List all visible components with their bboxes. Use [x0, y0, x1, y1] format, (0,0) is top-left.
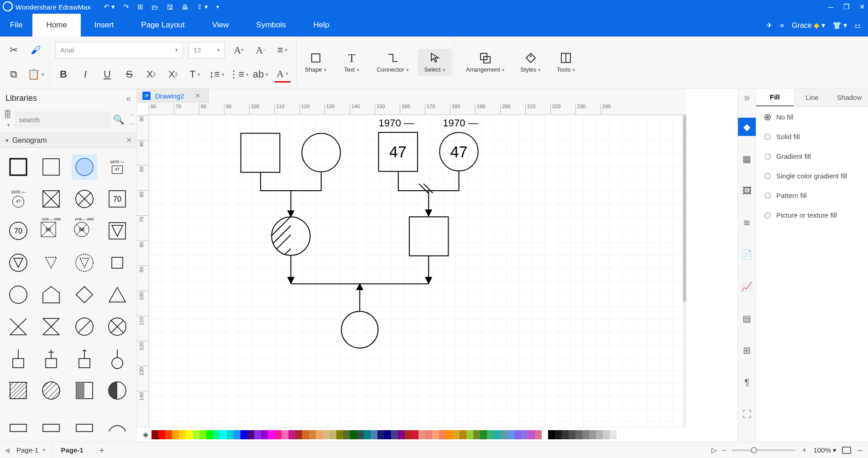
bold-icon[interactable]: B	[55, 66, 72, 83]
connector-button[interactable]: Connector	[371, 49, 415, 76]
font-size-select[interactable]: 12▾	[188, 42, 225, 58]
color-swatch[interactable]	[446, 430, 453, 439]
shape-x-triangle[interactable]	[5, 314, 31, 339]
text-button[interactable]: T Text	[336, 49, 368, 76]
color-swatch[interactable]	[439, 430, 446, 439]
section-close-icon[interactable]: ✕	[126, 136, 132, 145]
color-swatch[interactable]	[193, 430, 199, 439]
color-swatch[interactable]	[562, 430, 569, 439]
color-swatch[interactable]	[323, 430, 329, 439]
color-swatch[interactable]	[548, 430, 555, 439]
color-swatch[interactable]	[494, 430, 501, 439]
color-swatch[interactable]	[596, 430, 603, 439]
library-category-icon[interactable]: 🗄	[4, 110, 12, 129]
fill-gradient[interactable]: Gradient fill	[764, 152, 860, 160]
shape-button[interactable]: Shape	[298, 49, 333, 76]
color-swatch[interactable]	[460, 430, 466, 439]
redo-icon[interactable]: ↷	[123, 3, 129, 11]
text-wrap-icon[interactable]: ab	[252, 66, 269, 83]
help-tab[interactable]: Help	[300, 14, 343, 36]
shape-hatch-sq[interactable]	[5, 378, 31, 403]
color-swatch[interactable]	[371, 430, 377, 439]
color-swatch[interactable]	[405, 430, 412, 439]
color-swatch[interactable]	[473, 430, 480, 439]
page-select[interactable]: Page-1▾	[10, 442, 52, 458]
tab-fill[interactable]: Fill	[756, 88, 794, 106]
color-swatch[interactable]	[234, 430, 241, 439]
search-input[interactable]	[15, 111, 110, 128]
color-swatch[interactable]	[282, 430, 288, 439]
doc-close-icon[interactable]: ✕	[195, 92, 201, 100]
shape-sq-line3[interactable]	[72, 346, 97, 371]
rt-fullscreen-icon[interactable]: ⛶	[738, 405, 756, 423]
copy-icon[interactable]: ⧉	[5, 66, 22, 83]
canvas-marriage-2[interactable]	[398, 171, 459, 191]
export-icon[interactable]: ⇪ ▾	[197, 3, 208, 11]
undo-icon[interactable]: ↶ ▾	[104, 3, 115, 11]
shape-male[interactable]	[5, 154, 31, 180]
color-swatch[interactable]	[336, 430, 343, 439]
send-icon[interactable]: ✈	[766, 21, 772, 30]
shape-x-circ2[interactable]	[72, 314, 97, 339]
zoom-out-icon[interactable]: −	[722, 446, 727, 454]
shape-sq-line[interactable]	[5, 346, 31, 371]
canvas-vscroll[interactable]	[683, 115, 686, 427]
color-swatch[interactable]	[261, 430, 268, 439]
color-swatch[interactable]	[254, 430, 261, 439]
color-swatch[interactable]	[316, 430, 323, 439]
color-swatch[interactable]	[432, 430, 439, 439]
fit-width-icon[interactable]: ↔	[857, 446, 863, 454]
color-swatch[interactable]	[555, 430, 562, 439]
color-swatch[interactable]	[199, 430, 206, 439]
color-swatch[interactable]	[357, 430, 364, 439]
page-nav-left[interactable]: ◀	[5, 446, 10, 454]
fill-single-gradient[interactable]: Single color gradient fill	[764, 172, 860, 180]
canvas-child-1[interactable]	[272, 217, 310, 255]
username[interactable]: Grace ◆ ▾	[792, 21, 825, 30]
underline-icon[interactable]: U	[99, 66, 115, 83]
color-swatch[interactable]	[295, 430, 302, 439]
collapse-left-icon[interactable]: «	[126, 93, 131, 104]
color-swatch[interactable]	[480, 430, 487, 439]
shape-half-fill-circ[interactable]	[105, 378, 130, 403]
shape-small-sq[interactable]	[105, 250, 130, 276]
color-swatch[interactable]	[466, 430, 473, 439]
shape-age-box[interactable]: 70	[105, 186, 130, 212]
arrangement-button[interactable]: Arrangement	[460, 49, 511, 76]
zoom-slider[interactable]	[732, 449, 795, 451]
new-icon[interactable]: ⊞	[137, 3, 143, 11]
shape-female-age[interactable]: 1970 —47	[5, 186, 31, 212]
shape-rect-partial1[interactable]	[5, 410, 31, 435]
color-swatch[interactable]	[535, 430, 542, 439]
shape-x-circ3[interactable]	[105, 314, 130, 339]
search-updown[interactable]: ︿﹀	[127, 110, 136, 129]
strike-icon[interactable]: S	[121, 66, 137, 83]
tab-line[interactable]: Line	[794, 88, 831, 106]
search-icon[interactable]: 🔍	[113, 114, 125, 125]
color-swatch[interactable]	[350, 430, 357, 439]
shape-female[interactable]	[72, 154, 97, 180]
open-icon[interactable]: 🗁	[152, 3, 158, 11]
color-swatch[interactable]	[364, 430, 371, 439]
color-swatch[interactable]	[377, 430, 384, 439]
rt-image-icon[interactable]: 🖼	[738, 182, 756, 200]
rt-table-icon[interactable]: ▤	[738, 309, 756, 328]
color-swatch[interactable]	[453, 430, 460, 439]
add-page-icon[interactable]: ＋	[92, 444, 112, 456]
rt-paragraph-icon[interactable]: ¶	[738, 373, 756, 391]
color-swatch[interactable]	[507, 430, 514, 439]
share-icon[interactable]: ∝	[779, 21, 784, 30]
shape-circ-line[interactable]	[105, 346, 130, 371]
color-swatch[interactable]	[343, 430, 350, 439]
color-swatch[interactable]	[247, 430, 254, 439]
color-swatch[interactable]	[302, 430, 309, 439]
home-tab[interactable]: Home	[32, 14, 80, 36]
canvas-female-1[interactable]	[302, 133, 340, 172]
color-swatch[interactable]	[275, 430, 282, 439]
shape-male-thin[interactable]	[38, 154, 64, 180]
shape-hatch-circ[interactable]	[38, 378, 64, 403]
expand-right-icon[interactable]: »	[744, 91, 750, 104]
paste-icon[interactable]: 📋	[27, 66, 44, 83]
eyedropper-icon[interactable]: ◈	[140, 430, 152, 439]
shape-dead-male[interactable]	[38, 186, 64, 212]
